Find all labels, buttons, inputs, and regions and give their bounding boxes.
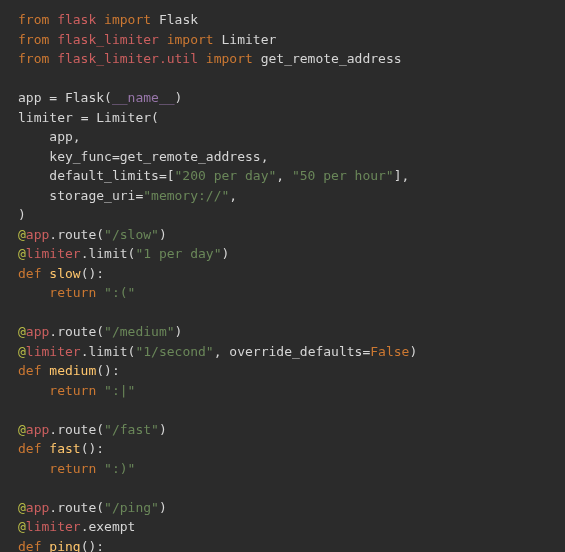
line: return ":)" — [18, 461, 135, 476]
line: @limiter.limit("1 per day") — [18, 246, 229, 261]
line: limiter = Limiter( — [18, 110, 159, 125]
def-fast: fast — [49, 441, 80, 456]
bool-false: False — [370, 344, 409, 359]
line: return ":(" — [18, 285, 135, 300]
line: @limiter.limit("1/second", override_defa… — [18, 344, 417, 359]
line: @app.route("/ping") — [18, 500, 167, 515]
line: def fast(): — [18, 441, 104, 456]
line: default_limits=["200 per day", "50 per h… — [18, 168, 409, 183]
line: from flask_limiter.util import get_remot… — [18, 51, 402, 66]
code-block: from flask import Flask from flask_limit… — [0, 0, 565, 552]
def-ping: ping — [49, 539, 80, 553]
kw-from: from — [18, 12, 49, 27]
line: app = Flask(__name__) — [18, 90, 182, 105]
line: def ping(): — [18, 539, 104, 553]
line: @limiter.exempt — [18, 519, 135, 534]
line: def slow(): — [18, 266, 104, 281]
line: return ":|" — [18, 383, 135, 398]
dunder-name: __name__ — [112, 90, 175, 105]
line: from flask_limiter import Limiter — [18, 32, 276, 47]
line: def medium(): — [18, 363, 120, 378]
def-slow: slow — [49, 266, 80, 281]
def-medium: medium — [49, 363, 96, 378]
line: @app.route("/slow") — [18, 227, 167, 242]
sym: Flask — [159, 12, 198, 27]
line: @app.route("/medium") — [18, 324, 182, 339]
line: storage_uri="memory://", — [18, 188, 237, 203]
kw-import: import — [104, 12, 151, 27]
line: app, — [18, 129, 81, 144]
line: key_func=get_remote_address, — [18, 149, 268, 164]
line: from flask import Flask — [18, 12, 198, 27]
line: @app.route("/fast") — [18, 422, 167, 437]
decorator-at: @ — [18, 227, 26, 242]
mod: flask — [57, 12, 96, 27]
line: ) — [18, 207, 26, 222]
